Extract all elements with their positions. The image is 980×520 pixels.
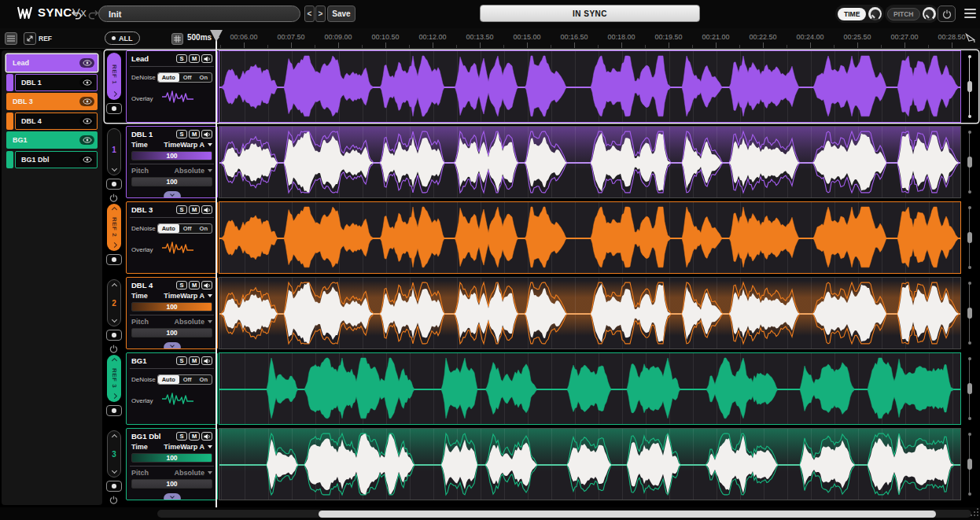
eye-visibility-button[interactable] bbox=[79, 97, 94, 106]
solo-button[interactable]: S bbox=[176, 356, 187, 365]
track-collapse-tab[interactable]: REF 1 bbox=[107, 53, 121, 100]
sidebar-track-item[interactable]: BG1 Dbl bbox=[6, 151, 98, 168]
pitch-toggle[interactable]: PITCH bbox=[887, 8, 920, 20]
time-mode-select[interactable]: TimeWarp A bbox=[164, 443, 212, 451]
header-expand-handle[interactable] bbox=[164, 493, 181, 500]
waveform-lane[interactable] bbox=[219, 277, 961, 349]
track-collapse-tab[interactable]: 3 bbox=[107, 430, 121, 478]
sidebar-track-item[interactable]: Lead bbox=[6, 54, 98, 72]
waveform-lane[interactable] bbox=[219, 126, 961, 198]
denoise-option-off[interactable]: Off bbox=[179, 73, 196, 82]
mute-button[interactable]: M bbox=[189, 356, 200, 365]
denoise-option-auto[interactable]: Auto bbox=[158, 73, 179, 82]
marker-flag-icon[interactable] bbox=[965, 32, 975, 46]
vertical-zoom-slider[interactable] bbox=[962, 126, 977, 198]
pitch-mode-select[interactable]: Absolute bbox=[174, 469, 212, 477]
record-arm-button[interactable] bbox=[106, 481, 122, 492]
waveform-lane[interactable] bbox=[219, 50, 961, 123]
eye-visibility-button[interactable] bbox=[79, 58, 94, 68]
header-expand-handle[interactable] bbox=[164, 342, 181, 349]
eye-visibility-button[interactable] bbox=[79, 78, 94, 87]
denoise-option-off[interactable]: Off bbox=[179, 224, 196, 233]
time-amount-slider[interactable]: 100 bbox=[131, 151, 212, 160]
pitch-mode-select[interactable]: Absolute bbox=[174, 318, 212, 326]
playhead-line[interactable] bbox=[216, 31, 217, 507]
grid-snap-button[interactable] bbox=[171, 33, 183, 45]
solo-button[interactable]: S bbox=[176, 205, 187, 214]
solo-button[interactable]: S bbox=[176, 54, 187, 63]
preset-name-field[interactable]: Init bbox=[98, 6, 300, 22]
track-collapse-tab[interactable]: REF 3 bbox=[107, 355, 121, 402]
time-knob[interactable] bbox=[868, 7, 882, 20]
mute-button[interactable]: M bbox=[189, 281, 200, 290]
time-amount-slider[interactable]: 100 bbox=[131, 302, 212, 312]
denoise-option-auto[interactable]: Auto bbox=[158, 224, 179, 233]
horizontal-scrollbar-thumb[interactable] bbox=[319, 511, 936, 518]
record-arm-button[interactable] bbox=[106, 330, 122, 341]
denoise-option-on[interactable]: On bbox=[196, 73, 212, 82]
solo-button[interactable]: S bbox=[176, 432, 187, 441]
time-mode-select[interactable]: TimeWarp A bbox=[164, 292, 212, 300]
prev-preset-button[interactable]: < bbox=[304, 6, 315, 22]
pitch-amount-slider[interactable]: 100 bbox=[131, 177, 212, 186]
denoise-option-off[interactable]: Off bbox=[179, 375, 196, 384]
mute-button[interactable]: M bbox=[189, 54, 200, 63]
undo-button[interactable] bbox=[69, 7, 83, 21]
monitor-speaker-button[interactable] bbox=[201, 432, 212, 441]
next-preset-button[interactable]: > bbox=[315, 6, 326, 22]
vertical-zoom-thumb[interactable] bbox=[967, 308, 972, 319]
pitch-amount-slider[interactable]: 100 bbox=[131, 328, 212, 337]
time-mode-select[interactable]: TimeWarp A bbox=[164, 141, 212, 149]
vertical-zoom-thumb[interactable] bbox=[967, 157, 972, 168]
monitor-speaker-button[interactable] bbox=[201, 205, 212, 214]
denoise-option-auto[interactable]: Auto bbox=[158, 375, 179, 384]
sidebar-track-item[interactable]: BG1 bbox=[6, 131, 98, 149]
playhead-handle[interactable] bbox=[210, 30, 223, 42]
pitch-mode-select[interactable]: Absolute bbox=[174, 167, 212, 175]
waveform-lane[interactable] bbox=[219, 201, 961, 274]
mute-button[interactable]: M bbox=[189, 205, 200, 214]
denoise-option-on[interactable]: On bbox=[196, 375, 212, 384]
time-amount-slider[interactable]: 100 bbox=[131, 453, 212, 463]
sync-status-bar[interactable]: IN SYNC bbox=[480, 5, 700, 22]
eye-visibility-button[interactable] bbox=[79, 116, 94, 126]
vertical-zoom-thumb[interactable] bbox=[967, 232, 972, 243]
sidebar-track-item[interactable]: DBL 1 bbox=[6, 74, 98, 91]
power-button[interactable] bbox=[938, 6, 956, 22]
mute-button[interactable]: M bbox=[189, 130, 200, 138]
timeline-ruler[interactable]: 00:06.0000:07.5000:09.0000:10.5000:12.00… bbox=[219, 28, 975, 49]
sidebar-track-item[interactable]: DBL 4 bbox=[6, 112, 98, 130]
waveform-lane[interactable] bbox=[219, 352, 961, 425]
track-collapse-tab[interactable]: REF 2 bbox=[107, 204, 121, 251]
overlay-waveform-icon[interactable] bbox=[161, 90, 194, 107]
vertical-zoom-thumb[interactable] bbox=[967, 81, 972, 92]
vertical-zoom-slider[interactable] bbox=[962, 428, 977, 500]
all-tracks-button[interactable]: ALL bbox=[105, 31, 140, 45]
eye-visibility-button[interactable] bbox=[79, 155, 94, 164]
save-button[interactable]: Save bbox=[327, 6, 356, 22]
solo-button[interactable]: S bbox=[176, 130, 187, 138]
track-power-button[interactable] bbox=[109, 493, 118, 507]
overlay-waveform-icon[interactable] bbox=[161, 241, 194, 258]
vertical-zoom-slider[interactable] bbox=[962, 201, 977, 274]
track-list-view-button[interactable] bbox=[5, 32, 17, 45]
menu-button[interactable] bbox=[964, 9, 976, 18]
resize-grip[interactable] bbox=[971, 505, 978, 519]
record-arm-button[interactable] bbox=[106, 405, 122, 416]
monitor-speaker-button[interactable] bbox=[201, 281, 212, 290]
track-collapse-tab[interactable]: 2 bbox=[107, 279, 121, 326]
overlay-waveform-icon[interactable] bbox=[161, 392, 194, 409]
header-expand-handle[interactable] bbox=[164, 191, 181, 197]
vertical-zoom-thumb[interactable] bbox=[967, 383, 972, 394]
vertical-zoom-thumb[interactable] bbox=[967, 459, 972, 470]
monitor-speaker-button[interactable] bbox=[201, 130, 212, 138]
record-arm-button[interactable] bbox=[106, 179, 122, 190]
waveform-lane[interactable] bbox=[219, 428, 961, 500]
sidebar-track-item[interactable]: DBL 3 bbox=[6, 93, 98, 110]
eye-visibility-button[interactable] bbox=[79, 135, 94, 145]
monitor-speaker-button[interactable] bbox=[201, 54, 212, 63]
denoise-option-on[interactable]: On bbox=[196, 224, 212, 233]
track-collapse-tab[interactable]: 1 bbox=[107, 128, 121, 175]
pitch-amount-slider[interactable]: 100 bbox=[131, 479, 212, 489]
vertical-zoom-slider[interactable] bbox=[962, 352, 977, 425]
